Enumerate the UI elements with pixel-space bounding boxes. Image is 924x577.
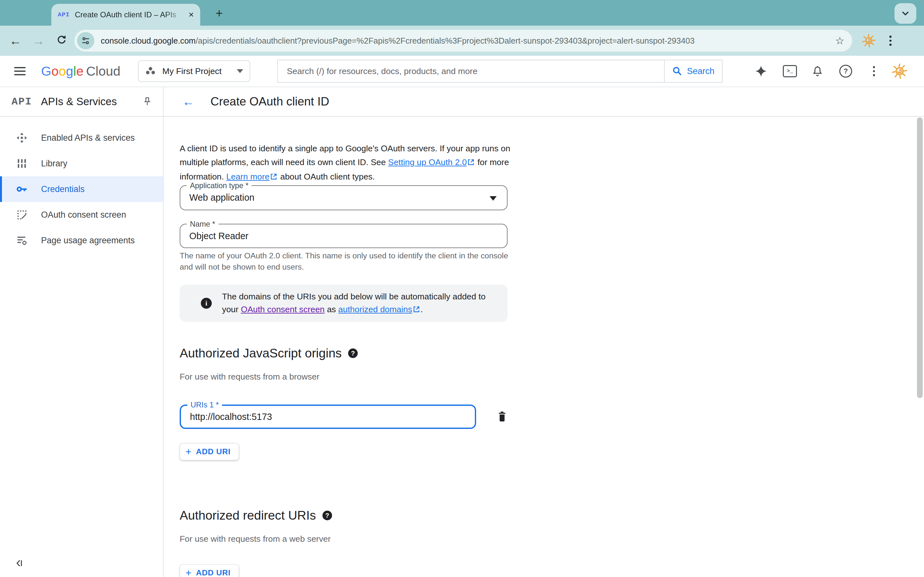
reload-icon [56, 34, 67, 45]
browser-toolbar: ← → console.cloud.google.com/apis/creden… [0, 26, 924, 56]
uri-input[interactable] [190, 406, 459, 428]
sidebar: API APIs & Services Enabled APIs & servi… [0, 87, 164, 577]
url-host: console.cloud.google.com [101, 36, 196, 45]
project-icon [145, 66, 156, 77]
site-settings-button[interactable] [77, 32, 94, 49]
application-type-value: Web application [189, 192, 254, 203]
uri-field: URIs 1 * [180, 405, 476, 429]
search-icon [672, 66, 682, 76]
terminal-icon: >_ [783, 65, 797, 77]
chevron-down-icon [237, 69, 243, 73]
application-type-select[interactable]: Application type * Web application [180, 185, 507, 210]
tab-search-button[interactable] [895, 3, 916, 24]
more-options-button[interactable] [865, 62, 883, 80]
global-search[interactable] [277, 60, 665, 83]
browser-menu-button[interactable] [887, 33, 894, 48]
oauth-consent-screen-link[interactable]: OAuth consent screen [241, 305, 325, 314]
pin-icon [142, 96, 153, 107]
js-origins-heading: Authorized JavaScript origins ? [180, 346, 358, 360]
page-usage-icon [15, 234, 28, 247]
sidebar-item-credentials[interactable]: Credentials [0, 176, 163, 202]
delete-uri-button[interactable] [497, 410, 507, 422]
info-icon: i [201, 298, 212, 309]
extension-sun-icon[interactable] [861, 33, 877, 48]
project-picker-button[interactable]: My First Project [138, 60, 250, 82]
oauth-consent-icon [15, 208, 28, 221]
redirect-uris-subtext: For use with requests from a web server [180, 534, 331, 544]
external-link-icon [413, 303, 420, 316]
browser-forward-button[interactable]: → [27, 34, 50, 48]
search-button[interactable]: Search [664, 60, 722, 83]
browser-window: API Create OAuth client ID – APIs × + ← … [0, 0, 924, 577]
pin-button[interactable] [142, 96, 153, 107]
help-icon: ? [839, 65, 852, 77]
tune-icon [81, 36, 90, 45]
chevron-down-icon [900, 8, 911, 19]
authorized-domains-link[interactable]: authorized domains [338, 305, 412, 314]
redirect-uris-help-icon[interactable]: ? [322, 511, 332, 520]
tab-close-icon[interactable]: × [189, 10, 194, 19]
collapse-icon [15, 558, 25, 568]
sidebar-item-enabled-apis[interactable]: Enabled APIs & services [0, 125, 163, 151]
setting-up-oauth-link[interactable]: Setting up OAuth 2.0 [388, 157, 467, 167]
plus-icon: + [186, 446, 192, 457]
cloud-shell-button[interactable]: >_ [781, 62, 799, 80]
learn-more-link[interactable]: Learn more [226, 172, 270, 181]
help-button[interactable]: ? [837, 62, 855, 80]
page-back-button[interactable]: ← [182, 95, 194, 109]
new-tab-button[interactable]: + [216, 7, 223, 19]
tab-strip: API Create OAuth client ID – APIs × + [0, 0, 924, 26]
collapse-sidebar-button[interactable] [15, 558, 25, 568]
external-link-icon [467, 156, 475, 170]
dropdown-caret-icon [489, 196, 497, 201]
scrollbar-thumb[interactable] [917, 117, 923, 398]
gemini-sparkle-icon [754, 64, 768, 78]
search-input[interactable] [278, 66, 665, 76]
main-menu-icon[interactable] [14, 67, 26, 75]
notifications-button[interactable] [809, 62, 827, 80]
notice-text: The domains of the URIs you add below wi… [222, 290, 499, 316]
add-uri-button-redirect[interactable]: + ADD URI [180, 564, 239, 577]
sidebar-item-oauth-consent[interactable]: OAuth consent screen [0, 202, 163, 227]
redirect-uris-heading: Authorized redirect URIs ? [180, 508, 332, 522]
page-title: Create OAuth client ID [210, 95, 329, 108]
page-body: A client ID is used to identify a single… [164, 117, 924, 577]
external-link-icon [270, 171, 277, 184]
tab-title: Create OAuth client ID – APIs [75, 10, 184, 19]
application-type-label: Application type * [187, 181, 252, 190]
sidebar-item-page-usage[interactable]: Page usage agreements [0, 227, 163, 253]
gemini-button[interactable] [752, 62, 770, 80]
name-helper-text: The name of your OAuth 2.0 client. This … [180, 250, 510, 272]
name-input[interactable] [189, 224, 491, 247]
intro-paragraph: A client ID is used to identify a single… [180, 142, 534, 184]
gcp-header: GoogleCloud My First Project Search >_ [0, 56, 924, 87]
tab-create-oauth-client[interactable]: API Create OAuth client ID – APIs × [51, 4, 200, 26]
key-icon [15, 183, 28, 195]
search-button-label: Search [687, 66, 714, 76]
url-path: /apis/credentials/oauthclient?previousPa… [196, 36, 695, 45]
main-content: ← Create OAuth client ID A client ID is … [164, 87, 924, 577]
sidebar-item-library[interactable]: Library [0, 151, 163, 176]
url-bar[interactable]: console.cloud.google.com/apis/credential… [74, 30, 852, 52]
info-notice: i The domains of the URIs you add below … [180, 285, 507, 322]
bookmark-star-icon[interactable]: ☆ [835, 35, 845, 47]
google-cloud-logo[interactable]: GoogleCloud [41, 64, 120, 79]
project-name: My First Project [162, 66, 230, 76]
js-origins-subtext: For use with requests from a browser [180, 372, 320, 382]
browser-back-button[interactable]: ← [4, 34, 27, 48]
js-origins-help-icon[interactable]: ? [348, 348, 358, 358]
sidebar-title: APIs & Services [41, 95, 142, 108]
browser-reload-button[interactable] [50, 34, 73, 48]
name-field: Name * [180, 224, 507, 248]
add-uri-button-js-origins[interactable]: + ADD URI [180, 443, 239, 460]
bell-icon [811, 65, 824, 77]
library-icon [15, 157, 28, 170]
url-text: console.cloud.google.com/apis/credential… [101, 36, 830, 45]
avatar-sun-icon [891, 63, 908, 80]
kebab-icon [873, 66, 875, 76]
api-product-icon: API [11, 96, 32, 108]
plus-icon: + [186, 568, 192, 577]
account-avatar[interactable] [891, 62, 909, 80]
sidebar-header: API APIs & Services [0, 87, 163, 117]
enabled-apis-icon [15, 131, 28, 144]
